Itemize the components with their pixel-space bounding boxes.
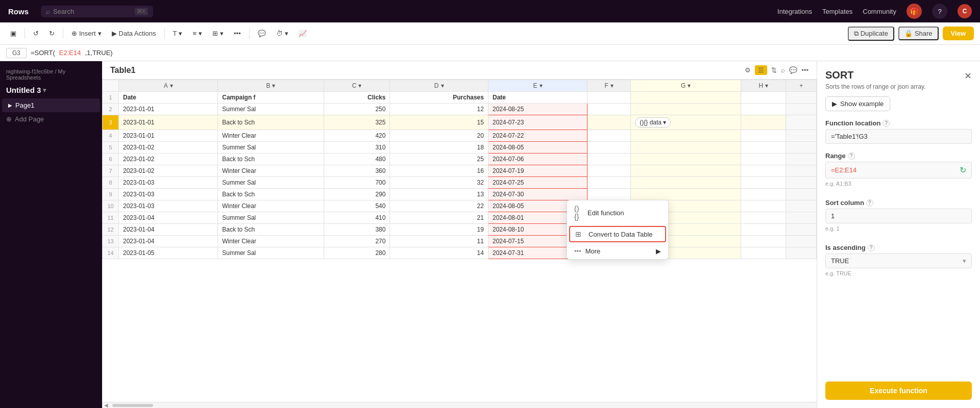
nav-integrations[interactable]: Integrations [777,8,812,15]
cell-11c[interactable]: 410 [324,212,390,224]
is-ascending-input[interactable]: TRUE ▾ [825,253,972,268]
cell-5c[interactable]: 310 [324,142,390,154]
col-header-a[interactable]: A▾ [119,80,218,92]
cell-9b[interactable]: Back to Sch [218,189,324,200]
avatar[interactable]: C [958,4,972,18]
cell-6a[interactable]: 2023-01-02 [119,154,218,165]
cell-7c[interactable]: 360 [324,165,390,177]
cell-10d[interactable]: 22 [390,200,488,212]
cell-9f[interactable] [587,189,631,200]
cell-5e[interactable]: 2024-08-05 [488,142,587,154]
add-col-button[interactable]: + [786,80,817,92]
cell-3d[interactable]: 15 [390,115,488,130]
cell-3a[interactable]: 2023-01-01 [119,115,218,130]
cell-3g[interactable]: (){} data ▾ [631,115,741,130]
cell-11h[interactable] [741,212,786,224]
cell-8e[interactable]: 2024-07-25 [488,177,587,189]
cell-5b[interactable]: Summer Sal [218,142,324,154]
history-button[interactable]: ⏱ ▾ [272,28,292,39]
cell-6c[interactable]: 480 [324,154,390,165]
cell-7d[interactable]: 16 [390,165,488,177]
more-button[interactable]: ••• [230,28,245,39]
cell-9a[interactable]: 2023-01-03 [119,189,218,200]
data-badge[interactable]: (){} data ▾ [635,117,671,128]
cell-13c[interactable]: 270 [324,236,390,247]
ia-help-icon[interactable]: ? [868,244,875,251]
cell-14d[interactable]: 14 [390,247,488,259]
cell-13a[interactable]: 2023-01-04 [119,236,218,247]
settings-icon[interactable]: ⚙ [745,66,751,74]
ctx-more[interactable]: ••• More ▶ [567,243,668,259]
cell-12a[interactable]: 2023-01-04 [119,224,218,236]
cell-1e[interactable]: Date [488,92,587,104]
cell-1d[interactable]: Purchases [390,92,488,104]
cell-8g[interactable] [631,177,741,189]
more-grid-icon[interactable]: ••• [801,66,808,74]
grid-wrapper[interactable]: A▾ B▾ C▾ D▾ E▾ F▾ G▾ H▾ + 1 Date Campaig… [102,80,817,402]
cell-6h[interactable] [741,154,786,165]
sc-help-icon[interactable]: ? [866,199,873,207]
cell-1h[interactable] [741,92,786,104]
cell-12b[interactable]: Back to Sch [218,224,324,236]
sort-column-input[interactable]: 1 [825,209,972,223]
cell-12c[interactable]: 380 [324,224,390,236]
cell-reference[interactable]: G3 [6,48,27,58]
insert-button[interactable]: ⊕ Insert ▾ [67,28,106,39]
sort-icon[interactable]: ☰ [755,65,767,75]
cell-11d[interactable]: 21 [390,212,488,224]
add-page-button[interactable]: ⊕ Add Page [0,112,102,126]
cell-9g[interactable] [631,189,741,200]
cell-6d[interactable]: 25 [390,154,488,165]
nav-templates[interactable]: Templates [822,8,852,15]
wrap-button[interactable]: ⊞ ▾ [208,28,228,39]
cell-4c[interactable]: 420 [324,130,390,142]
cell-12d[interactable]: 19 [390,224,488,236]
text-format-button[interactable]: T ▾ [169,28,187,39]
comment-button[interactable]: 💬 [254,28,270,39]
col-header-g[interactable]: G▾ [631,80,741,92]
filter-icon[interactable]: ⇅ [771,66,777,74]
cell-7g[interactable] [631,165,741,177]
col-header-d[interactable]: D▾ [390,80,488,92]
cell-9c[interactable]: 290 [324,189,390,200]
cell-2a[interactable]: 2023-01-01 [119,104,218,115]
cell-3e[interactable]: 2024-07-23 [488,115,587,130]
title-chevron[interactable]: ▾ [43,87,46,94]
range-help-icon[interactable]: ? [848,152,855,160]
horizontal-scrollbar[interactable]: ◀ [102,402,817,408]
cell-2g[interactable] [631,104,741,115]
cell-8f[interactable] [587,177,631,189]
cell-5f[interactable] [587,142,631,154]
cell-6e[interactable]: 2024-07-06 [488,154,587,165]
cell-8b[interactable]: Summer Sal [218,177,324,189]
chart-button[interactable]: 📈 [295,28,311,39]
gift-icon[interactable]: 🎁 [906,4,922,19]
cell-1g[interactable] [631,92,741,104]
cell-9d[interactable]: 13 [390,189,488,200]
cell-2e[interactable]: 2024-08-25 [488,104,587,115]
comment-grid-icon[interactable]: 💬 [789,66,797,74]
cell-14h[interactable] [741,247,786,259]
nav-community[interactable]: Community [863,8,896,15]
col-header-e[interactable]: E▾ [488,80,587,92]
cell-3h[interactable] [741,115,786,130]
cell-1f[interactable] [587,92,631,104]
cell-1c[interactable]: Clicks [324,92,390,104]
cell-5h[interactable] [741,142,786,154]
cell-2b[interactable]: Summer Sal [218,104,324,115]
cell-11b[interactable]: Summer Sal [218,212,324,224]
cell-7a[interactable]: 2023-01-02 [119,165,218,177]
cell-9e[interactable]: 2024-07-30 [488,189,587,200]
cell-13b[interactable]: Winter Clear [218,236,324,247]
cell-2h[interactable] [741,104,786,115]
cell-14c[interactable]: 280 [324,247,390,259]
search-bar[interactable]: ⌕ Search ⌘K [41,6,153,17]
refresh-icon[interactable]: ↻ [960,165,966,175]
cell-7f[interactable] [587,165,631,177]
cell-4d[interactable]: 20 [390,130,488,142]
cell-12h[interactable] [741,224,786,236]
fl-help-icon[interactable]: ? [883,120,890,127]
share-button[interactable]: 🔒 Share [898,27,939,40]
cell-8a[interactable]: 2023-01-03 [119,177,218,189]
cell-2d[interactable]: 12 [390,104,488,115]
